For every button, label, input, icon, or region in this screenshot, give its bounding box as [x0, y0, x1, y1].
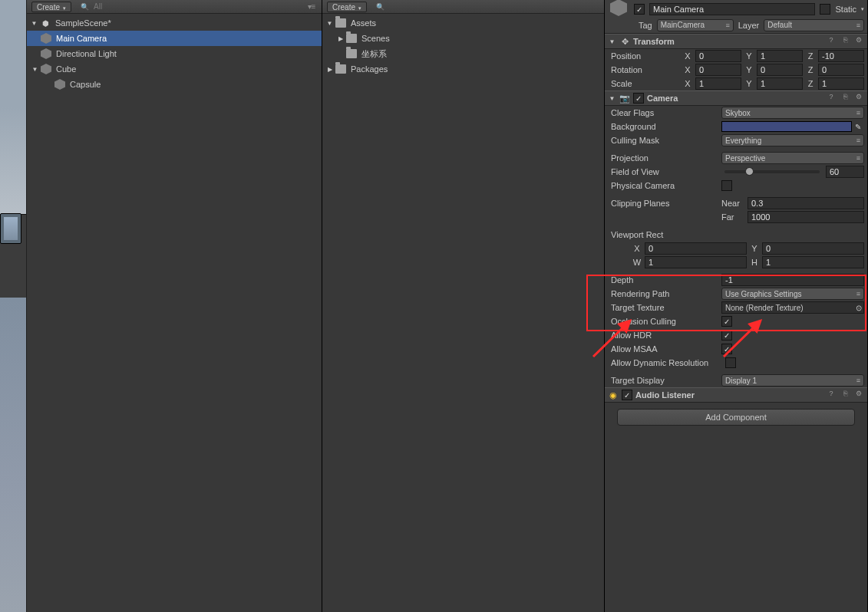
depth-field[interactable]	[721, 274, 864, 286]
hierarchy-item-main-camera[interactable]: Main Camera	[27, 31, 322, 46]
inspector-panel: Static ▾ Tag MainCamera Layer Default ✥ …	[605, 0, 868, 612]
gear-icon[interactable]: ⚙	[853, 390, 864, 400]
tag-label: Tag	[639, 21, 652, 30]
rotation-row: Rotation X Y Z	[605, 63, 867, 77]
pos-x[interactable]	[695, 50, 741, 62]
physical-camera-checkbox[interactable]	[721, 180, 732, 191]
target-texture-field[interactable]: None (Render Texture)	[721, 301, 864, 314]
scl-z[interactable]	[818, 77, 864, 90]
project-folder[interactable]: 坐标系	[322, 46, 604, 61]
scene-row[interactable]: ⬢ SampleScene*	[27, 15, 322, 31]
fov-slider[interactable]	[724, 170, 820, 173]
scl-y[interactable]	[757, 77, 803, 90]
prop-label: Culling Mask	[611, 136, 718, 145]
prop-label: Clipping Planes	[611, 199, 718, 208]
prop-label: Target Display	[611, 376, 718, 385]
item-label: Capsule	[70, 80, 101, 89]
component-title: Camera	[647, 94, 823, 103]
name-field[interactable]	[649, 3, 815, 15]
viewport-w[interactable]	[645, 256, 747, 268]
transform-icon: ✥	[619, 36, 630, 47]
near-field[interactable]	[748, 197, 864, 209]
help-icon[interactable]: ?	[826, 36, 837, 47]
pos-y[interactable]	[757, 50, 803, 62]
search-icon[interactable]	[371, 2, 384, 11]
gear-icon[interactable]: ⚙	[853, 36, 864, 47]
foldout-icon[interactable]	[608, 38, 616, 46]
foldout-icon[interactable]	[325, 19, 334, 28]
folder-icon	[346, 34, 357, 43]
assets-row[interactable]: Assets	[322, 15, 604, 31]
layer-popup[interactable]: Default	[764, 19, 864, 31]
rendering-path-popup[interactable]: Use Graphics Settings	[721, 288, 864, 300]
rot-z[interactable]	[818, 64, 864, 76]
prop-label: Projection	[611, 153, 718, 163]
folder-icon	[335, 18, 346, 28]
scl-x[interactable]	[695, 77, 741, 90]
add-component-button[interactable]: Add Component	[617, 409, 855, 426]
foldout-icon[interactable]	[30, 19, 38, 28]
folder-icon	[335, 64, 346, 74]
transform-header[interactable]: ✥ Transform ? ⎘ ⚙	[605, 34, 867, 49]
gameobject-icon	[41, 33, 51, 44]
panel-menu-icon[interactable]: ▾≡	[306, 2, 317, 11]
viewport-h[interactable]	[762, 256, 864, 268]
gear-icon[interactable]: ⚙	[853, 93, 864, 104]
active-checkbox[interactable]	[634, 4, 645, 15]
gameobject-header: Static ▾	[605, 0, 867, 18]
clear-flags-popup[interactable]: Skybox	[721, 107, 864, 119]
search-icon[interactable]	[76, 2, 89, 11]
projection-popup[interactable]: Perspective	[721, 152, 864, 164]
tag-popup[interactable]: MainCamera	[657, 19, 734, 31]
near-label: Near	[721, 199, 744, 208]
occlusion-checkbox[interactable]	[721, 316, 732, 327]
msaa-checkbox[interactable]	[721, 344, 732, 354]
gameobject-icon[interactable]	[608, 0, 629, 18]
hdr-checkbox[interactable]	[721, 330, 732, 341]
preset-icon[interactable]: ⎘	[840, 36, 850, 47]
viewport-y[interactable]	[762, 242, 864, 255]
enable-checkbox[interactable]	[622, 390, 632, 400]
prop-label: Clear Flags	[611, 108, 718, 117]
eyedropper-icon[interactable]: ✎	[855, 123, 864, 131]
enable-checkbox[interactable]	[633, 93, 644, 104]
packages-row[interactable]: Packages	[322, 61, 604, 77]
dynres-checkbox[interactable]	[725, 357, 736, 368]
create-button[interactable]: Create	[327, 2, 367, 12]
prop-label: Position	[611, 51, 680, 61]
item-label: Cube	[56, 64, 76, 74]
viewport-x[interactable]	[645, 242, 747, 255]
fov-field[interactable]	[826, 166, 864, 178]
far-field[interactable]	[748, 211, 864, 223]
target-display-popup[interactable]: Display 1	[721, 374, 864, 387]
help-icon[interactable]: ?	[826, 93, 837, 104]
culling-mask-popup[interactable]: Everything	[721, 134, 864, 146]
hierarchy-item-capsule[interactable]: Capsule	[27, 77, 322, 92]
component-title: Transform	[633, 37, 823, 46]
foldout-icon[interactable]	[31, 65, 39, 74]
camera-header[interactable]: 📷 Camera ? ⎘ ⚙	[605, 90, 867, 106]
foldout-icon[interactable]	[325, 65, 334, 74]
background-color[interactable]	[721, 121, 852, 132]
static-label: Static	[835, 5, 856, 14]
rot-x[interactable]	[695, 64, 741, 76]
hierarchy-item-light[interactable]: Directional Light	[27, 46, 322, 61]
rot-y[interactable]	[757, 64, 803, 76]
prop-label: Rendering Path	[611, 289, 718, 298]
pos-z[interactable]	[818, 50, 864, 62]
project-folder[interactable]: Scenes	[322, 31, 604, 46]
hierarchy-item-cube[interactable]: Cube	[27, 61, 322, 77]
help-icon[interactable]: ?	[826, 390, 837, 400]
camera-preview	[0, 213, 21, 244]
preset-icon[interactable]: ⎘	[840, 93, 850, 104]
preset-icon[interactable]: ⎘	[840, 390, 850, 400]
component-title: Audio Listener	[635, 390, 823, 400]
prop-label: Scale	[611, 79, 680, 88]
create-button[interactable]: Create	[31, 2, 71, 12]
gameobject-icon	[41, 48, 51, 59]
static-checkbox[interactable]	[820, 4, 830, 15]
foldout-icon[interactable]	[608, 94, 616, 103]
far-label: Far	[721, 212, 744, 222]
audiolistener-header[interactable]: ◉ Audio Listener ? ⎘ ⚙	[605, 387, 867, 403]
foldout-icon[interactable]	[336, 35, 345, 43]
